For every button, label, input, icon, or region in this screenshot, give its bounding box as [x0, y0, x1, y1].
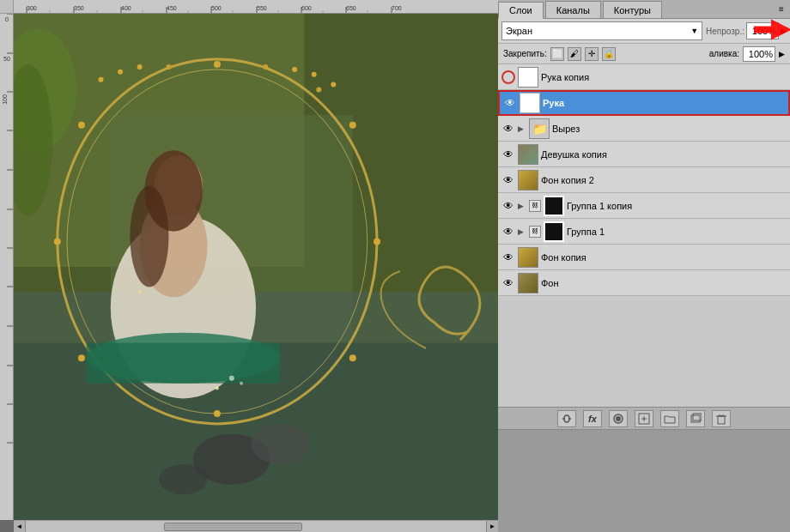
layer-item-selected[interactable]: 👁 Рука	[498, 90, 790, 116]
blend-mode-select[interactable]: Экран ▼	[501, 21, 702, 40]
group-arrow[interactable]: ▶	[518, 227, 526, 236]
horizontal-ruler: 300 350 400 450 500 550 600 650 700	[14, 0, 498, 14]
eye-icon[interactable]: 👁	[501, 122, 515, 136]
group-btn[interactable]	[660, 410, 679, 427]
layer-item[interactable]: 👁 ▶ 📁 Вырез	[498, 116, 790, 142]
svg-point-62	[229, 376, 234, 381]
adjustment-icon	[638, 413, 650, 425]
h-scroll-thumb[interactable]	[164, 523, 302, 531]
ruler-corner	[0, 0, 14, 14]
canvas-area: 300 350 400 450 500 550 600 650 700	[0, 0, 498, 532]
svg-point-42	[349, 122, 356, 129]
group-arrow[interactable]: ▶	[518, 202, 526, 210]
layer-thumbnail	[518, 170, 538, 190]
lock-row: Закрепить: ⬜ 🖌 ✛ 🔒 аливка: 100% ▶	[498, 44, 790, 64]
svg-point-68	[137, 64, 143, 70]
svg-text:0: 0	[5, 16, 9, 22]
svg-point-61	[159, 464, 207, 494]
svg-rect-82	[718, 416, 725, 424]
lower-panel-area	[498, 429, 790, 532]
svg-point-46	[78, 354, 85, 361]
chain-icon: ⛓	[529, 200, 541, 212]
svg-point-67	[118, 70, 123, 75]
layer-thumbnail	[518, 67, 538, 88]
lock-move-btn[interactable]: ✛	[585, 47, 599, 61]
chain-icon: ⛓	[529, 226, 541, 238]
layer-thumbnail-mask	[544, 221, 564, 242]
svg-point-66	[99, 77, 104, 82]
svg-point-49	[166, 64, 171, 70]
layer-thumbnail	[518, 273, 538, 293]
scroll-left-btn[interactable]: ◄	[14, 521, 26, 533]
lock-all-btn[interactable]: 🔒	[602, 47, 616, 61]
adjustment-btn[interactable]	[635, 410, 653, 427]
svg-point-65	[138, 291, 142, 294]
svg-point-71	[331, 82, 336, 88]
red-arrow-svg	[754, 16, 790, 44]
h-scrollbar[interactable]: ◄ ►	[14, 520, 498, 532]
svg-point-56	[130, 186, 168, 287]
svg-point-50	[263, 64, 268, 70]
folder-icon	[664, 413, 676, 425]
right-panels: Слои Каналы Контуры ≡ Экран ▼	[498, 0, 790, 532]
tab-layers[interactable]: Слои	[498, 2, 544, 19]
layer-item[interactable]: 👁 Девушка копия	[498, 142, 790, 167]
eye-circle-icon[interactable]	[501, 70, 515, 84]
layer-item[interactable]: 👁 ▶ ⛓ Группа 1	[498, 219, 790, 245]
v-ruler-svg: 0 50 100	[0, 14, 14, 520]
tab-paths[interactable]: Контуры	[603, 1, 662, 18]
eye-icon[interactable]: 👁	[501, 276, 515, 290]
lock-image-btn[interactable]: 🖌	[568, 47, 581, 61]
eye-icon[interactable]: 👁	[501, 199, 515, 213]
layers-list[interactable]: Рука копия 👁 Рука 👁 ▶ 📁 Вырез 👁	[498, 64, 790, 407]
layer-thumbnail	[518, 247, 538, 268]
red-arrow-blend	[754, 16, 790, 46]
layer-thumbnail-mask	[544, 196, 564, 216]
layer-item[interactable]: Рука копия	[498, 64, 790, 90]
ruler-ticks-svg	[14, 0, 498, 13]
lock-transparent-btn[interactable]: ⬜	[550, 47, 564, 61]
eye-icon[interactable]: 👁	[501, 148, 515, 161]
eye-icon[interactable]: 👁	[501, 251, 515, 264]
svg-text:50: 50	[3, 56, 10, 62]
eye-icon[interactable]: 👁	[501, 173, 515, 187]
fill-arrow[interactable]: ▶	[779, 50, 785, 58]
fx-btn[interactable]: fx	[583, 410, 602, 427]
group-arrow[interactable]: ▶	[518, 124, 526, 133]
canvas-image-svg	[14, 14, 498, 520]
layer-thumbnail-folder: 📁	[529, 118, 550, 139]
svg-marker-72	[754, 20, 790, 40]
mask-icon	[612, 413, 624, 425]
svg-point-76	[616, 416, 621, 421]
layer-item[interactable]: 👁 ▶ ⛓ Группа 1 копия	[498, 193, 790, 219]
eye-icon[interactable]: 👁	[501, 225, 515, 239]
svg-point-41	[214, 61, 221, 68]
mask-btn[interactable]	[609, 410, 628, 427]
link-btn[interactable]	[557, 410, 576, 427]
svg-rect-58	[87, 343, 281, 384]
svg-point-70	[312, 72, 317, 77]
layer-item[interactable]: 👁 Фон копия	[498, 245, 790, 270]
layer-thumbnail	[518, 144, 538, 165]
svg-point-47	[54, 239, 61, 245]
trash-icon	[715, 413, 727, 425]
svg-text:100: 100	[2, 94, 8, 105]
tab-channels[interactable]: Каналы	[545, 1, 601, 18]
layer-item[interactable]: 👁 Фон копия 2	[498, 167, 790, 193]
svg-point-69	[292, 67, 297, 72]
svg-point-48	[78, 122, 85, 129]
layer-item[interactable]: 👁 Фон	[498, 270, 790, 296]
canvas-content	[14, 14, 498, 520]
scroll-right-btn[interactable]: ►	[486, 521, 498, 533]
panel-tabs: Слои Каналы Контуры ≡	[498, 0, 790, 19]
svg-point-45	[214, 410, 221, 417]
eye-icon[interactable]: 👁	[503, 96, 517, 110]
fill-value[interactable]: 100%	[743, 46, 775, 62]
svg-point-51	[316, 88, 321, 93]
svg-point-44	[349, 354, 356, 361]
new-layer-btn[interactable]	[686, 410, 705, 427]
new-layer-icon	[690, 413, 702, 425]
svg-point-64	[240, 382, 243, 385]
delete-btn[interactable]	[712, 410, 731, 427]
vertical-ruler: 0 50 100	[0, 14, 14, 520]
